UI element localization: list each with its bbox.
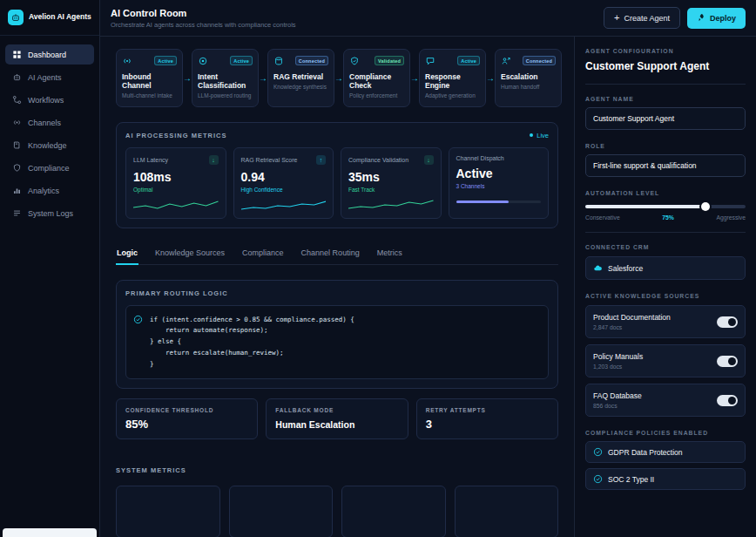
system-metrics-section: SYSTEM METRICS [116, 460, 558, 537]
sidebar-item-knowledge[interactable]: Knowledge [5, 135, 94, 155]
status-badge: Active [230, 56, 253, 65]
metric-label: Channel Dispatch [456, 155, 504, 161]
metric-value: Active [456, 167, 542, 180]
pipeline-node-inbound-channel[interactable]: Active Inbound Channel Multi-channel int… [116, 49, 183, 107]
pipeline-arrow-icon: → [259, 73, 267, 83]
sidebar-item-system-logs[interactable]: System Logs [5, 203, 94, 223]
metric-card-header: Compliance Validation ↓ [348, 155, 434, 165]
sparkline-chart [348, 199, 434, 211]
card-value: Human Escalation [275, 419, 398, 430]
connected-crm-label: CONNECTED CRM [585, 244, 746, 250]
sidebar-item-analytics[interactable]: Analytics [5, 180, 94, 201]
pipeline-node-compliance-check[interactable]: Validated Compliance Check Policy enforc… [343, 49, 410, 107]
tab-bar: Logic Knowledge Sources Compliance Chann… [116, 245, 558, 265]
tab-logic[interactable]: Logic [116, 245, 138, 265]
card-value: 85% [125, 418, 248, 431]
sidebar-item-label: Compliance [28, 164, 70, 173]
trend-down-icon: ↓ [424, 155, 434, 165]
status-badge: Connected [523, 56, 556, 65]
create-agent-button[interactable]: + Create Agent [604, 7, 680, 29]
system-metrics-cards [116, 486, 558, 537]
metric-status: High Confidence [241, 187, 327, 193]
source-info: Product Documentation 2,847 docs [593, 313, 671, 330]
knowledge-source-policy-manuals: Policy Manuals 1,203 docs [585, 344, 746, 377]
broadcast-icon [12, 118, 22, 127]
automation-slider[interactable] [585, 205, 746, 208]
source-toggle[interactable] [717, 316, 738, 328]
primary-routing-logic-panel: PRIMARY ROUTING LOGIC if (intent.confide… [116, 280, 558, 390]
pipeline-node-escalation[interactable]: Connected Escalation Human handoff [495, 49, 562, 107]
sidebar-item-dashboard[interactable]: Dashboard [5, 44, 94, 65]
system-metric-card [229, 486, 334, 537]
agent-name-label: AGENT NAME [585, 96, 746, 102]
sidebar-item-compliance[interactable]: Compliance [5, 158, 94, 178]
book-icon [12, 140, 22, 150]
header-actions: + Create Agent Deploy [604, 7, 746, 29]
sidebar-item-label: Workflows [28, 96, 64, 105]
agent-name-field: AGENT NAME [585, 96, 746, 130]
source-name: FAQ Database [593, 391, 642, 400]
metric-card-header: Channel Dispatch [456, 155, 542, 161]
rocket-icon [697, 13, 705, 24]
logic-summary-cards: CONFIDENCE THRESHOLD 85% FALLBACK MODE H… [116, 398, 558, 439]
node-title: Compliance Check [349, 72, 404, 90]
metrics-panel-title: AI PROCESSING METRICS [125, 132, 226, 139]
header-title-block: AI Control Room Orchestrate AI agents ac… [111, 8, 296, 29]
tab-metrics[interactable]: Metrics [376, 245, 403, 264]
slider-knob[interactable] [701, 202, 710, 211]
pipeline-arrow-icon: → [183, 73, 192, 83]
pipeline-node-rag-retrieval[interactable]: Connected RAG Retrieval Knowledge synthe… [267, 49, 334, 107]
bar-chart-icon [12, 186, 22, 195]
check-circle-icon [593, 474, 603, 484]
grid-icon [12, 50, 22, 59]
sidebar-item-workflows[interactable]: Workflows [5, 90, 94, 110]
system-metric-card [455, 486, 559, 537]
body: Active Inbound Channel Multi-channel int… [100, 37, 756, 537]
sidebar-item-ai-agents[interactable]: AI Agents [5, 67, 94, 87]
node-title: RAG Retrieval [273, 72, 328, 81]
workflow-icon [12, 95, 22, 105]
main-content: Active Inbound Channel Multi-channel int… [100, 37, 574, 537]
sidebar-bottom-card [3, 528, 97, 537]
pipeline-node-intent-classification[interactable]: Active Intent Classification LLM-powered… [192, 49, 259, 107]
automation-level-field: AUTOMATION LEVEL Conservative 75% Aggres… [585, 190, 746, 221]
pipeline-node-response-engine[interactable]: Active Response Engine Adaptive generati… [419, 49, 486, 107]
sidebar-item-label: System Logs [28, 209, 73, 218]
sidebar: Avelion AI Agents Dashboard AI Agents Wo… [0, 0, 100, 537]
crm-name: Salesforce [608, 264, 643, 273]
sidebar-item-channels[interactable]: Channels [5, 112, 94, 133]
database-icon [273, 56, 284, 66]
tab-knowledge-sources[interactable]: Knowledge Sources [154, 245, 226, 264]
agent-name-input[interactable] [585, 107, 746, 130]
system-metrics-title: SYSTEM METRICS [116, 466, 186, 474]
metric-value: 108ms [133, 170, 219, 184]
metric-label: LLM Latency [133, 157, 168, 163]
sidebar-item-label: Analytics [28, 187, 59, 195]
routing-logic-header: PRIMARY ROUTING LOGIC [125, 289, 549, 297]
source-toggle[interactable] [717, 395, 738, 406]
status-badge: Active [154, 56, 177, 65]
role-field: ROLE [585, 143, 746, 177]
tab-compliance[interactable]: Compliance [241, 245, 285, 264]
deploy-button[interactable]: Deploy [687, 8, 746, 29]
card-label: FALLBACK MODE [275, 407, 398, 413]
sidebar-nav: Dashboard AI Agents Workflows Channels K… [0, 36, 99, 232]
tab-channel-routing[interactable]: Channel Routing [300, 245, 361, 264]
source-toggle[interactable] [717, 356, 738, 367]
source-name: Policy Manuals [593, 352, 643, 361]
crm-item-salesforce[interactable]: Salesforce [585, 256, 746, 280]
live-label: Live [537, 132, 549, 139]
node-header: Connected [501, 56, 556, 66]
policy-soc2-type-ii[interactable]: SOC 2 Type II [585, 468, 746, 490]
slider-max-label: Aggressive [716, 214, 746, 221]
sidebar-item-label: AI Agents [28, 73, 62, 82]
policy-gdpr-data-protection[interactable]: GDPR Data Protection [585, 441, 746, 463]
role-input[interactable] [585, 154, 746, 177]
node-title: Escalation [501, 72, 556, 81]
source-doc-count: 856 docs [593, 403, 642, 409]
check-circle-icon [593, 447, 603, 457]
pipeline-arrow-icon: → [410, 73, 419, 83]
page-title: AI Control Room [111, 8, 296, 18]
metric-card-channel-dispatch: Channel Dispatch Active 3 Channels [449, 147, 550, 219]
sidebar-item-label: Channels [28, 119, 61, 127]
